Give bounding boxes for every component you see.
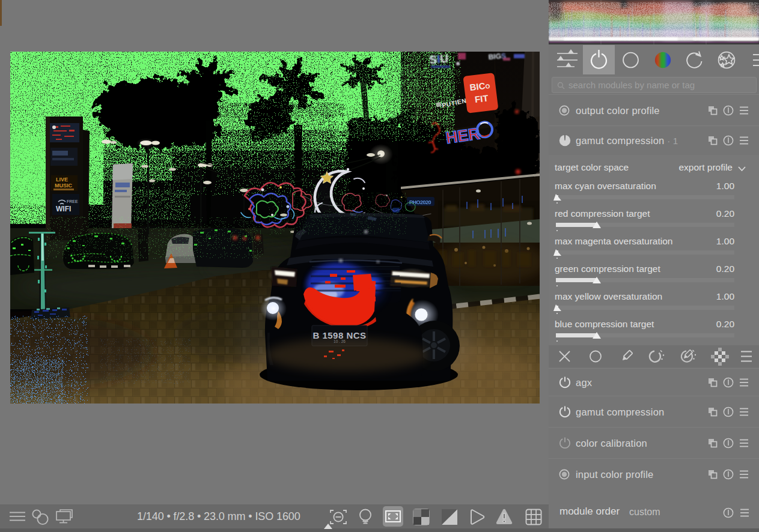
- svg-text:FREE: FREE: [67, 199, 78, 204]
- svg-text:FIT: FIT: [474, 92, 489, 104]
- svg-text:WIFI: WIFI: [56, 205, 71, 213]
- svg-text:MUSIC: MUSIC: [55, 183, 73, 189]
- svg-text:LIVE: LIVE: [56, 177, 68, 183]
- svg-text:SIU: SIU: [429, 52, 449, 66]
- svg-text:PHO2020: PHO2020: [409, 199, 431, 205]
